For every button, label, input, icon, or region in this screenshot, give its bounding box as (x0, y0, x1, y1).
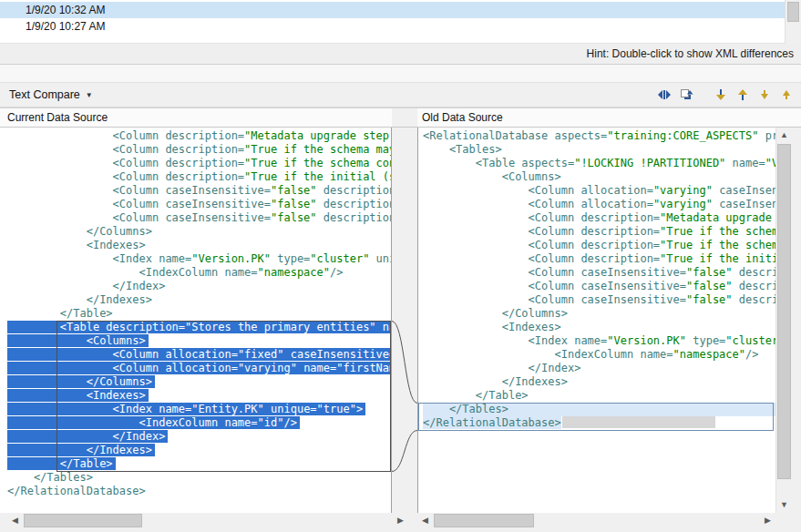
toolbar-icon-group (655, 86, 796, 104)
code-line: </Table> (7, 457, 391, 471)
code-line: </Table> (7, 307, 391, 321)
hint-text: Hint: Double-click to show XML differenc… (587, 47, 794, 60)
scrollbar-thumb[interactable] (777, 144, 791, 479)
code-line: <Indexes> (7, 239, 391, 252)
code-line: </Tables> (423, 403, 775, 416)
code-line: <Column caseInsensitive="false" descript… (7, 198, 391, 211)
code-line: <Column caseInsensitive="false" descript… (7, 211, 391, 225)
compare-mode-label: Text Compare (9, 88, 80, 101)
code-line: <Column description="True if the initial… (7, 170, 391, 184)
history-row[interactable]: 1/9/20 10:27 AM (0, 18, 785, 35)
code-line: </Columns> (7, 225, 391, 239)
code-line: <Columns> (423, 170, 775, 184)
code-line: </Index> (7, 280, 391, 293)
history-row[interactable]: 1/9/20 10:32 AM (0, 2, 785, 18)
pane-gutter-header (392, 107, 417, 128)
code-line: <Column allocation="varying" caseInsensi… (423, 184, 775, 198)
code-line: </RelationalDatabase> (7, 485, 391, 498)
right-margin-strip (791, 128, 801, 513)
left-code-editor[interactable]: <Column description="Metadata upgrade st… (0, 128, 391, 498)
scroll-up-arrow-icon[interactable]: ▲ (776, 128, 792, 143)
mirrored-view-icon[interactable] (655, 86, 673, 104)
scroll-right-arrow-icon[interactable]: ▶ (393, 513, 408, 528)
right-pane-title: Old Data Source (422, 111, 503, 124)
right-pane-vertical-scrollbar[interactable]: ▲ ▼ (775, 128, 791, 513)
code-line: <Column description="Metadata upgrade st… (423, 211, 775, 225)
code-line: <Column description="Metadata upgrade st… (7, 129, 391, 143)
right-code-editor[interactable]: <RelationalDatabase aspects="training:CO… (418, 128, 775, 430)
scroll-down-arrow-icon[interactable]: ▼ (776, 497, 792, 513)
left-pane-horizontal-scrollbar[interactable]: ◀ ▶ (7, 513, 408, 528)
code-line: <Column description="True if the schema … (7, 157, 391, 170)
code-line: <Index name="Entity.PK" unique="true"> (7, 403, 391, 416)
code-line: <Column description="True if the schema … (423, 225, 775, 239)
code-line: </Index> (7, 430, 391, 444)
next-difference-icon[interactable] (712, 86, 730, 104)
right-pane-header: Old Data Source (417, 107, 801, 128)
scrollbar-thumb[interactable] (24, 514, 142, 527)
code-line: <Column allocation="varying" caseInsensi… (423, 198, 775, 211)
right-pane-horizontal-scrollbar[interactable]: ◀ ▶ (417, 513, 775, 528)
code-line: </Columns> (7, 375, 391, 389)
diff-gutter (392, 128, 417, 513)
code-line: </Indexes> (423, 375, 775, 389)
history-list[interactable]: 1/9/20 10:32 AM 1/9/20 10:27 AM (0, 0, 801, 44)
compare-mode-dropdown[interactable]: Text Compare ▼ (9, 88, 93, 101)
scroll-right-arrow-icon[interactable]: ▶ (760, 513, 775, 528)
history-vertical-scrollbar[interactable] (785, 0, 801, 44)
code-line: <Columns> (7, 334, 391, 348)
scrollbar-thumb[interactable] (434, 514, 534, 527)
code-line: <Column caseInsensitive="false" descript… (423, 280, 775, 293)
code-line: </Table> (423, 389, 775, 403)
code-line: <Tables> (423, 143, 775, 157)
copy-all-left-to-right-icon[interactable] (677, 86, 695, 104)
code-line: <Index name="Version.PK" type="cluster" … (423, 334, 775, 348)
code-line: <Column caseInsensitive="false" descript… (423, 293, 775, 307)
previous-change-icon[interactable] (777, 86, 796, 104)
history-row-label: 1/9/20 10:27 AM (26, 20, 105, 33)
code-line: <Column allocation="varying" name="first… (7, 362, 391, 375)
chevron-down-icon: ▼ (86, 91, 93, 99)
code-line: <Column description="True if the schema … (423, 239, 775, 252)
next-change-icon[interactable] (755, 86, 774, 104)
code-line: <Table aspects="!LOCKING !PARTITIONED" n… (423, 157, 775, 170)
code-line: </Indexes> (7, 293, 391, 307)
left-pane-title: Current Data Source (7, 111, 108, 124)
scroll-left-arrow-icon[interactable]: ◀ (417, 513, 433, 528)
left-pane-header: Current Data Source (0, 107, 392, 128)
history-row-label: 1/9/20 10:32 AM (26, 4, 105, 16)
code-line: <Index name="Version.PK" type="cluster" … (7, 252, 391, 266)
left-compare-pane[interactable]: <Column description="Metadata upgrade st… (0, 128, 392, 513)
diff-connector-lines (392, 128, 417, 513)
code-line: <Column description="True if the initial… (423, 252, 775, 266)
separator-band (0, 65, 801, 82)
code-line: <Indexes> (423, 321, 775, 334)
code-line: <Column caseInsensitive="false" descript… (7, 184, 391, 198)
code-line: <Column description="True if the schema … (7, 143, 391, 157)
code-line: <Column allocation="fixed" caseInsensiti… (7, 348, 391, 362)
previous-difference-icon[interactable] (734, 86, 752, 104)
code-line: <Indexes> (7, 389, 391, 403)
code-line: <IndexColumn name="namespace"/> (7, 266, 391, 280)
code-line: <IndexColumn name="namespace"/> (423, 348, 775, 362)
insertion-marker (562, 416, 715, 428)
code-line: <IndexColumn name="id"/> (7, 416, 391, 430)
scroll-left-arrow-icon[interactable]: ◀ (7, 513, 23, 528)
code-line: <RelationalDatabase aspects="training:CO… (423, 129, 775, 143)
code-line: </Tables> (7, 471, 391, 485)
code-line: <Column caseInsensitive="false" descript… (423, 266, 775, 280)
code-line: <Table description="Stores the primary e… (7, 321, 391, 334)
code-line: </RelationalDatabase> (423, 416, 775, 430)
compare-toolbar: Text Compare ▼ (0, 82, 801, 107)
code-line: </Indexes> (7, 444, 391, 457)
code-line: </Index> (423, 362, 775, 375)
right-compare-pane[interactable]: <RelationalDatabase aspects="training:CO… (417, 128, 775, 513)
scrollbar-thumb[interactable] (787, 2, 799, 22)
code-line: </Columns> (423, 307, 775, 321)
hint-bar: Hint: Double-click to show XML differenc… (0, 44, 801, 65)
